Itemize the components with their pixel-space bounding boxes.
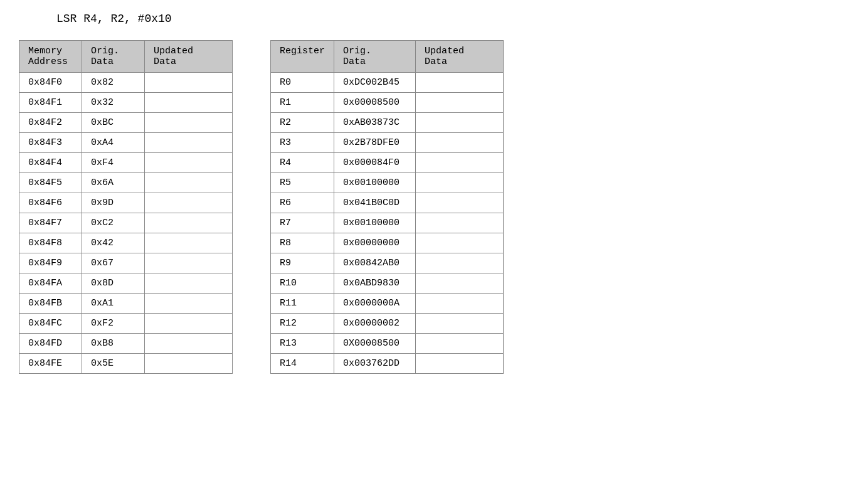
register-cell: R8 [271,233,334,253]
updated-data-header-register: UpdatedData [416,41,504,73]
tables-container: MemoryAddress Orig.Data UpdatedData 0x84… [19,40,849,374]
orig-data-cell: 0xF4 [82,153,145,173]
memory-address-header: MemoryAddress [19,41,82,73]
memory-address-cell: 0x84F3 [19,133,82,153]
register-updated-cell [416,213,504,233]
memory-address-cell: 0x84F4 [19,153,82,173]
memory-row: 0x84FA0x8D [19,273,233,294]
updated-data-cell [145,294,233,314]
memory-address-cell: 0x84F0 [19,73,82,93]
register-row: R80x00000000 [271,233,504,253]
register-updated-cell [416,334,504,354]
orig-data-cell: 0x6A [82,173,145,193]
updated-data-header-memory: UpdatedData [145,41,233,73]
register-orig-cell: 0x00842AB0 [334,253,416,273]
register-cell: R4 [271,153,334,173]
register-orig-cell: 0x00008500 [334,93,416,113]
register-updated-cell [416,133,504,153]
register-row: R50x00100000 [271,173,504,193]
register-updated-cell [416,253,504,273]
orig-data-cell: 0x5E [82,354,145,374]
register-updated-cell [416,153,504,173]
updated-data-cell [145,334,233,354]
register-orig-cell: 0xDC002B45 [334,73,416,93]
updated-data-cell [145,73,233,93]
memory-address-cell: 0x84F9 [19,253,82,273]
register-orig-cell: 0x000084F0 [334,153,416,173]
register-updated-cell [416,294,504,314]
register-cell: R12 [271,314,334,334]
register-orig-cell: 0x2B78DFE0 [334,133,416,153]
register-cell: R10 [271,273,334,294]
memory-address-cell: 0x84FB [19,294,82,314]
register-cell: R7 [271,213,334,233]
memory-row: 0x84F60x9D [19,193,233,213]
memory-address-cell: 0x84F6 [19,193,82,213]
updated-data-cell [145,233,233,253]
memory-address-cell: 0x84FA [19,273,82,294]
memory-address-cell: 0x84F7 [19,213,82,233]
register-row: R90x00842AB0 [271,253,504,273]
register-header: Register [271,41,334,73]
memory-address-cell: 0x84F2 [19,113,82,133]
register-cell: R1 [271,93,334,113]
instruction-line: LSR R4, R2, #0x10 [56,13,849,25]
register-cell: R2 [271,113,334,133]
register-cell: R0 [271,73,334,93]
register-orig-cell: 0x0ABD9830 [334,273,416,294]
register-orig-cell: 0x00100000 [334,173,416,193]
register-cell: R6 [271,193,334,213]
register-updated-cell [416,193,504,213]
memory-row: 0x84F30xA4 [19,133,233,153]
updated-data-cell [145,173,233,193]
register-updated-cell [416,113,504,133]
register-updated-cell [416,273,504,294]
register-row: R00xDC002B45 [271,73,504,93]
updated-data-cell [145,354,233,374]
register-orig-cell: 0x041B0C0D [334,193,416,213]
register-cell: R11 [271,294,334,314]
register-row: R100x0ABD9830 [271,273,504,294]
memory-row: 0x84FB0xA1 [19,294,233,314]
updated-data-cell [145,253,233,273]
register-orig-cell: 0xAB03873C [334,113,416,133]
memory-row: 0x84F00x82 [19,73,233,93]
register-orig-cell: 0x003762DD [334,354,416,374]
orig-data-cell: 0xA1 [82,294,145,314]
memory-address-cell: 0x84F1 [19,93,82,113]
memory-row: 0x84F90x67 [19,253,233,273]
orig-data-cell: 0x32 [82,93,145,113]
orig-data-cell: 0x82 [82,73,145,93]
orig-data-cell: 0xBC [82,113,145,133]
orig-data-cell: 0x42 [82,233,145,253]
updated-data-cell [145,213,233,233]
register-updated-cell [416,93,504,113]
register-updated-cell [416,173,504,193]
register-row: R140x003762DD [271,354,504,374]
register-orig-cell: 0x00100000 [334,213,416,233]
register-cell: R14 [271,354,334,374]
register-updated-cell [416,354,504,374]
register-row: R110x0000000A [271,294,504,314]
orig-data-cell: 0x67 [82,253,145,273]
updated-data-cell [145,153,233,173]
memory-address-cell: 0x84F8 [19,233,82,253]
memory-address-cell: 0x84FE [19,354,82,374]
memory-row: 0x84F10x32 [19,93,233,113]
memory-row: 0x84F20xBC [19,113,233,133]
orig-data-cell: 0xF2 [82,314,145,334]
orig-data-header-memory: Orig.Data [82,41,145,73]
register-orig-cell: 0x00000000 [334,233,416,253]
memory-row: 0x84F40xF4 [19,153,233,173]
register-updated-cell [416,73,504,93]
register-row: R70x00100000 [271,213,504,233]
orig-data-header-register: Orig.Data [334,41,416,73]
register-table: Register Orig.Data UpdatedData R00xDC002… [270,40,504,374]
updated-data-cell [145,193,233,213]
register-cell: R9 [271,253,334,273]
register-row: R120x00000002 [271,314,504,334]
register-orig-cell: 0x0000000A [334,294,416,314]
memory-address-cell: 0x84F5 [19,173,82,193]
memory-row: 0x84F50x6A [19,173,233,193]
register-orig-cell: 0x00000002 [334,314,416,334]
